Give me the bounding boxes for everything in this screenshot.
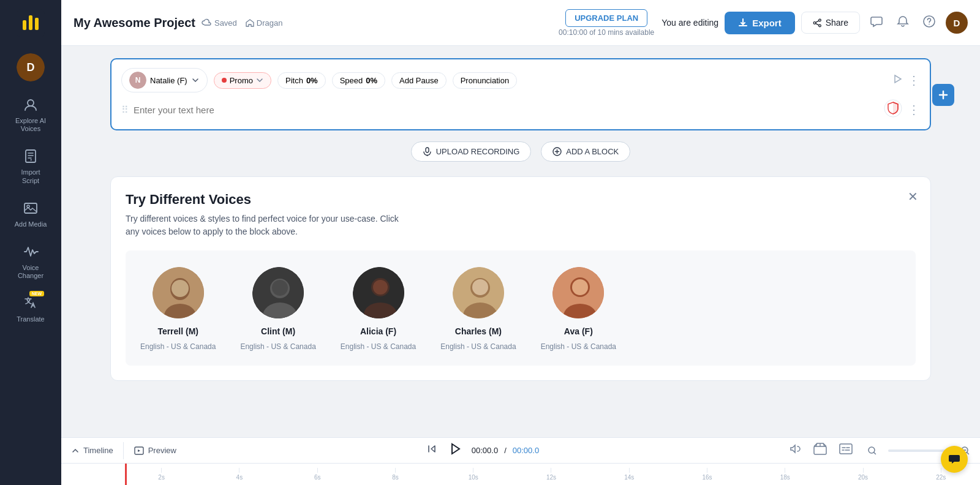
terrell-lang: English - US & Canada	[140, 342, 216, 351]
style-chip[interactable]: Promo	[214, 72, 271, 89]
play-block-button[interactable]	[892, 73, 903, 88]
time-separator: /	[504, 446, 507, 455]
pronunciation-chip[interactable]: Pronunciation	[453, 72, 518, 89]
charles-avatar	[451, 265, 506, 320]
topbar: My Awesome Project Saved Dragan UPGRADE …	[61, 0, 980, 46]
ruler-tick: 12s	[512, 468, 590, 481]
app-logo	[0, 0, 61, 46]
speed-chip[interactable]: Speed 0%	[332, 72, 385, 89]
download-icon	[738, 18, 748, 28]
timeline-marker	[125, 464, 127, 485]
sidebar: D Explore AI Voices Import Script Add Me…	[0, 0, 61, 485]
more-options-button[interactable]: ⋮	[908, 73, 920, 88]
timeline-toggle[interactable]: Timeline	[71, 446, 113, 455]
ava-avatar	[551, 265, 606, 320]
svg-rect-6	[24, 203, 37, 213]
voice-card-alicia[interactable]: Alicia (F) English - US & Canada	[341, 265, 416, 351]
captions-icon	[839, 443, 853, 454]
editor-area: N Natalie (F) Promo Pitch 0%	[61, 46, 980, 437]
pitch-label: Pitch	[285, 76, 303, 85]
svg-rect-38	[840, 444, 852, 454]
voice-card-clint[interactable]: Clint (M) English - US & Canada	[240, 265, 315, 351]
close-voices-panel-button[interactable]: ✕	[908, 189, 918, 204]
chevron-up-icon	[71, 446, 80, 455]
sidebar-item-import-script[interactable]: Import Script	[0, 140, 61, 192]
clint-name: Clint (M)	[261, 326, 295, 336]
action-buttons: UPLOAD RECORDING ADD A BLOCK	[110, 141, 931, 162]
chat-bubble-button[interactable]	[941, 446, 968, 473]
sidebar-user-avatar[interactable]: D	[17, 53, 45, 81]
voice-card-charles[interactable]: Charles (M) English - US & Canada	[440, 265, 516, 351]
captions-button[interactable]	[837, 441, 855, 460]
explore-ai-icon	[22, 96, 39, 113]
volume-button[interactable]	[786, 440, 804, 461]
speed-value: 0%	[366, 76, 377, 85]
sidebar-item-voice-changer[interactable]: Voice Changer	[0, 236, 61, 287]
voice-selector[interactable]: N Natalie (F)	[121, 68, 208, 92]
ruler-tick: 22s	[902, 468, 980, 481]
plus-icon-float	[937, 89, 949, 101]
notifications-icon-btn[interactable]	[893, 12, 913, 34]
topbar-center: UPGRADE PLAN 00:10:00 of 10 mins availab…	[559, 9, 654, 37]
svg-point-31	[472, 279, 488, 295]
upload-recording-button[interactable]: UPLOAD RECORDING	[411, 141, 532, 162]
play-button[interactable]	[446, 439, 466, 462]
export-label: Export	[752, 18, 782, 28]
text-input[interactable]	[134, 101, 878, 119]
voice-avatar: N	[129, 72, 146, 89]
voice-card-ava[interactable]: Ava (F) English - US & Canada	[541, 265, 616, 351]
promo-dot	[222, 78, 227, 83]
svg-point-4	[28, 100, 34, 106]
alicia-lang: English - US & Canada	[341, 342, 416, 351]
drag-handle[interactable]: ⠿	[121, 104, 129, 116]
user-avatar-button[interactable]: D	[946, 12, 968, 34]
sidebar-item-explore-ai[interactable]: Explore AI Voices	[0, 89, 61, 140]
divider-1	[123, 442, 124, 459]
logo-icon	[17, 9, 45, 37]
shield-icon-wrap	[883, 99, 903, 121]
share-button[interactable]: Share	[801, 12, 860, 34]
svg-point-27	[373, 280, 388, 295]
preview-icon	[134, 445, 145, 456]
add-block-float-button[interactable]	[932, 84, 954, 106]
chevron-down-icon	[191, 76, 200, 85]
add-block-button[interactable]: ADD A BLOCK	[541, 141, 630, 162]
ruler-tick: 20s	[824, 468, 902, 481]
text-row-more-button[interactable]: ⋮	[908, 102, 920, 117]
voices-panel: Try Different Voices Try different voice…	[110, 176, 931, 381]
ava-name: Ava (F)	[564, 326, 593, 336]
charles-name: Charles (M)	[455, 326, 502, 336]
alicia-avatar	[351, 265, 406, 320]
mic-icon	[423, 147, 432, 156]
share-label: Share	[826, 18, 848, 28]
help-icon-btn[interactable]	[919, 11, 940, 35]
chevron-down-icon-style	[256, 77, 263, 84]
svg-point-12	[929, 23, 930, 24]
new-badge: NEW	[29, 291, 44, 296]
chat-icon-btn[interactable]	[866, 11, 887, 35]
topbar-right: You are editing Export Share	[662, 11, 968, 35]
timeline-ruler: 2s 4s 6s 8s 10s 12s 14s 16s 18s 20s 22s	[61, 463, 980, 485]
translate-icon: NEW	[22, 295, 39, 312]
export-button[interactable]: Export	[725, 12, 795, 34]
sidebar-item-translate[interactable]: NEW Translate	[0, 287, 61, 331]
sidebar-item-add-media[interactable]: Add Media	[0, 192, 61, 236]
svg-point-9	[818, 24, 821, 27]
pitch-chip[interactable]: Pitch 0%	[277, 72, 326, 89]
skip-back-button[interactable]	[424, 441, 440, 460]
clapper-button[interactable]	[811, 440, 829, 461]
voice-block-controls: N Natalie (F) Promo Pitch 0%	[121, 68, 920, 92]
ruler-tick: 4s	[200, 468, 278, 481]
chat-icon	[870, 15, 883, 28]
upgrade-plan-button[interactable]: UPGRADE PLAN	[565, 9, 647, 27]
clint-avatar	[251, 265, 306, 320]
terrell-name: Terrell (M)	[157, 326, 198, 336]
voice-card-terrell[interactable]: Terrell (M) English - US & Canada	[140, 265, 216, 351]
share-icon	[813, 18, 822, 28]
charles-lang: English - US & Canada	[440, 342, 516, 351]
help-icon	[922, 15, 936, 28]
svg-point-23	[272, 280, 288, 296]
svg-rect-3	[35, 18, 39, 30]
zoom-slider[interactable]	[888, 449, 949, 452]
add-pause-chip[interactable]: Add Pause	[391, 72, 447, 89]
